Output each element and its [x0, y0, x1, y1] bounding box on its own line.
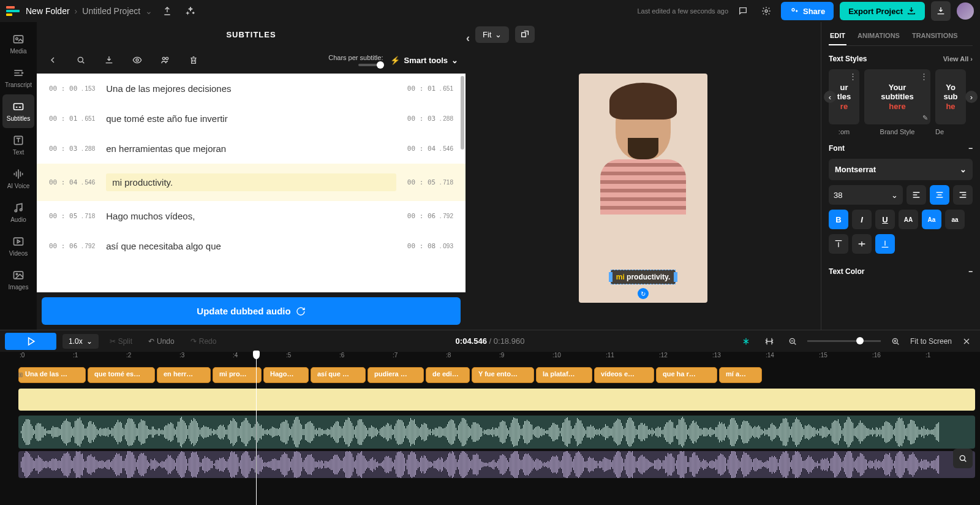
valign-top-icon[interactable] [829, 234, 848, 254]
search-icon[interactable] [72, 51, 89, 69]
playhead[interactable] [256, 352, 257, 505]
timeline-clip[interactable]: mí a… [719, 367, 762, 383]
trim-icon[interactable] [761, 333, 778, 350]
subtitle-track[interactable]: ⊞ Una de las …que tomé es…en herr…mi pro… [13, 366, 980, 384]
timeline-clip[interactable]: vídeos e… [594, 367, 654, 383]
align-right-icon[interactable] [953, 185, 973, 205]
styles-next-icon[interactable]: › [965, 91, 978, 103]
tab-transitions[interactable]: TRANSITIONS [911, 27, 959, 45]
timeline-clip[interactable]: que tomé es… [88, 367, 155, 383]
speed-select[interactable]: 1.0x⌄ [62, 334, 99, 349]
sidebar-item-ai-voice[interactable]: AI Voice [0, 162, 37, 196]
sidebar-item-text[interactable]: Text [0, 128, 37, 162]
valign-middle-icon[interactable] [852, 234, 872, 254]
download-subtitles-icon[interactable] [100, 51, 118, 69]
italic-button[interactable]: I [852, 210, 872, 229]
timeline-ruler[interactable]: :0:1:2:3:4:5:6:7:8:9:10:11:12:13:14:15:1… [0, 352, 980, 363]
subtitle-row[interactable]: 00 : 01 . 651 que tomé este año fue inve… [37, 104, 466, 134]
style-card-2[interactable]: ⋮ Yoursubtitleshere ✎ [864, 69, 930, 124]
align-left-icon[interactable] [907, 185, 926, 205]
audio-track-1[interactable] [18, 416, 975, 449]
play-button[interactable] [5, 333, 56, 350]
timeline-clip[interactable]: la plataf… [536, 367, 592, 383]
font-size-select[interactable]: 38⌄ [829, 185, 903, 205]
back-icon[interactable] [44, 51, 61, 69]
styles-prev-icon[interactable]: ‹ [824, 91, 836, 103]
user-avatar[interactable] [957, 2, 974, 20]
timeline-clip[interactable]: Y fue ento… [472, 367, 534, 383]
sidebar-item-media[interactable]: Media [0, 27, 37, 61]
subtitle-list[interactable]: 00 : 00 . 153 Una de las mejores decisio… [37, 74, 466, 292]
download-icon[interactable] [931, 1, 951, 21]
smart-tools-button[interactable]: ⚡Smart tools⌄ [390, 56, 458, 65]
export-button[interactable]: Export Project [840, 2, 925, 20]
audio-track-2[interactable] [18, 451, 975, 478]
capitalize-button[interactable]: Aa [922, 210, 941, 229]
speakers-icon[interactable] [157, 51, 174, 69]
preview-icon[interactable] [129, 51, 146, 69]
settings-icon[interactable] [758, 2, 775, 20]
subtitle-row[interactable]: 00 : 04 . 546 mi productivity. 00 : 05 .… [37, 164, 466, 201]
underline-button[interactable]: U [875, 210, 895, 229]
valign-bottom-icon[interactable] [875, 234, 895, 254]
video-preview[interactable]: mi productivity. ↻ [579, 74, 707, 303]
zoom-in-icon[interactable] [887, 333, 904, 350]
tab-edit[interactable]: EDIT [829, 27, 846, 45]
sidebar-item-audio[interactable]: Audio [0, 196, 37, 229]
timeline-clip[interactable]: de edi… [426, 367, 470, 383]
undo-button[interactable]: ↶ Undo [143, 335, 179, 348]
delete-icon[interactable] [185, 51, 202, 69]
subtitle-row[interactable]: 00 : 03 . 288 en herramientas que mejora… [37, 134, 466, 164]
timeline-clip[interactable]: Hago… [263, 367, 309, 383]
split-button[interactable]: ✂ Split [105, 335, 137, 348]
sidebar-item-subtitles[interactable]: Subtitles [2, 94, 34, 128]
lowercase-button[interactable]: aa [945, 210, 965, 229]
timeline-clip[interactable]: que ha r… [656, 367, 717, 383]
chars-slider[interactable] [358, 64, 383, 66]
timeline-clip[interactable]: Una de las … [18, 367, 86, 383]
timeline[interactable]: :0:1:2:3:4:5:6:7:8:9:10:11:12:13:14:15:1… [0, 352, 980, 505]
zoom-out-icon[interactable] [784, 333, 801, 350]
subtitle-row[interactable]: 00 : 00 . 153 Una de las mejores decisio… [37, 74, 466, 104]
resize-handle-left[interactable] [609, 272, 612, 282]
resize-handle-right[interactable] [674, 272, 677, 282]
subtitle-row[interactable]: 00 : 06 . 792 así que necesitaba algo qu… [37, 231, 466, 261]
timeline-clip[interactable]: pudiera … [368, 367, 424, 383]
breadcrumb-project[interactable]: Untitled Project [82, 6, 140, 16]
upload-icon[interactable] [159, 2, 176, 20]
scrollbar[interactable] [461, 76, 464, 150]
collapse-icon[interactable]: − [968, 144, 973, 153]
bold-button[interactable]: B [829, 210, 848, 229]
subtitle-row[interactable]: 00 : 05 . 718 Hago muchos vídeos, 00 : 0… [37, 201, 466, 231]
comment-icon[interactable] [734, 2, 752, 20]
timeline-clip[interactable]: mi pro… [213, 367, 262, 383]
timeline-search-icon[interactable] [953, 449, 973, 468]
app-logo[interactable] [6, 6, 20, 16]
snap-icon[interactable] [737, 333, 755, 350]
refresh-overlay-icon[interactable]: ↻ [638, 288, 649, 299]
sidebar-item-transcript[interactable]: Transcript [0, 61, 37, 94]
collapse-panel-icon[interactable]: ‹ [466, 32, 470, 45]
chevron-down-icon[interactable]: ⌄ [145, 6, 153, 16]
align-center-icon[interactable] [930, 185, 949, 205]
close-timeline-icon[interactable] [958, 333, 975, 350]
timeline-clip[interactable]: en herr… [157, 367, 211, 383]
font-family-select[interactable]: Montserrat⌄ [829, 159, 973, 180]
more-icon[interactable]: ⋮ [849, 72, 857, 81]
share-button[interactable]: Share [781, 2, 834, 20]
popout-icon[interactable] [515, 26, 535, 43]
collapse-icon[interactable]: − [968, 267, 973, 276]
sidebar-item-images[interactable]: Images [0, 263, 37, 297]
fit-dropdown[interactable]: Fit⌄ [475, 26, 509, 43]
more-icon[interactable]: ⋮ [920, 72, 928, 81]
timeline-clip[interactable]: así que … [311, 367, 366, 383]
redo-button[interactable]: ↷ Redo [186, 335, 222, 348]
subtitle-overlay[interactable]: mi productivity. [611, 270, 676, 284]
sparkle-icon[interactable] [182, 2, 199, 20]
edit-style-icon[interactable]: ✎ [922, 114, 928, 122]
tab-animations[interactable]: ANIMATIONS [856, 27, 901, 45]
breadcrumb-folder[interactable]: New Folder [26, 6, 70, 16]
style-card-3[interactable]: Yosubhe [935, 69, 966, 124]
zoom-slider[interactable] [807, 340, 881, 342]
fit-to-screen-button[interactable]: Fit to Screen [910, 337, 952, 346]
